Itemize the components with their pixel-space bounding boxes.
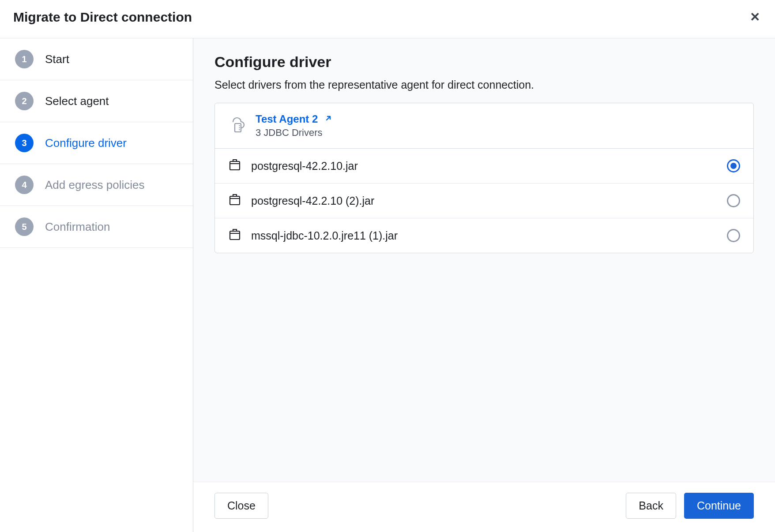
step-number: 5 [15, 217, 34, 236]
step-label: Start [45, 52, 69, 66]
continue-button[interactable]: Continue [684, 493, 754, 519]
step-label: Configure driver [45, 136, 127, 150]
driver-row[interactable]: postgresql-42.2.10 (2).jar [215, 184, 753, 218]
main-panel: Configure driver Select drivers from the… [193, 38, 775, 532]
svg-rect-0 [235, 124, 241, 132]
step-number: 3 [15, 134, 34, 152]
dialog-title: Migrate to Direct connection [13, 10, 192, 25]
content-area: Configure driver Select drivers from the… [193, 38, 775, 482]
footer-right: Back Continue [626, 493, 754, 519]
driver-name: postgresql-42.2.10.jar [251, 160, 717, 172]
external-link-icon [324, 114, 333, 124]
sidebar-step-add-egress-policies[interactable]: 4 Add egress policies [0, 164, 193, 206]
cloud-agent-icon [228, 116, 246, 135]
step-number: 4 [15, 176, 34, 194]
package-icon [228, 228, 241, 243]
radio-selected[interactable] [727, 159, 740, 172]
svg-rect-5 [230, 196, 240, 205]
driver-card: Test Agent 2 3 JDBC Drivers [214, 103, 754, 253]
radio-unselected[interactable] [727, 229, 740, 242]
close-icon[interactable]: ✕ [750, 11, 760, 23]
driver-row[interactable]: postgresql-42.2.10.jar [215, 149, 753, 184]
sidebar-step-select-agent[interactable]: 2 Select agent [0, 80, 193, 122]
agent-header-row: Test Agent 2 3 JDBC Drivers [215, 103, 753, 149]
package-icon [228, 193, 241, 208]
svg-point-2 [239, 127, 240, 128]
dialog-footer: Close Back Continue [193, 482, 775, 532]
step-label: Confirmation [45, 220, 110, 234]
driver-row[interactable]: mssql-jdbc-10.2.0.jre11 (1).jar [215, 218, 753, 253]
page-subtitle: Select drivers from the representative a… [214, 79, 754, 91]
radio-unselected[interactable] [727, 194, 740, 207]
back-button[interactable]: Back [626, 493, 676, 519]
sidebar-step-start[interactable]: 1 Start [0, 38, 193, 80]
agent-driver-count: 3 JDBC Drivers [256, 127, 333, 139]
svg-point-1 [239, 125, 240, 126]
driver-name: postgresql-42.2.10 (2).jar [251, 195, 717, 207]
agent-name-row[interactable]: Test Agent 2 [256, 113, 333, 125]
close-button[interactable]: Close [214, 493, 268, 519]
package-icon [228, 158, 241, 173]
dialog-body: 1 Start 2 Select agent 3 Configure drive… [0, 38, 775, 532]
sidebar-step-confirmation[interactable]: 5 Confirmation [0, 206, 193, 248]
step-number: 2 [15, 92, 34, 110]
step-label: Select agent [45, 94, 109, 108]
agent-name: Test Agent 2 [256, 113, 318, 125]
svg-point-3 [239, 129, 240, 130]
page-title: Configure driver [214, 53, 754, 71]
wizard-sidebar: 1 Start 2 Select agent 3 Configure drive… [0, 38, 193, 532]
step-label: Add egress policies [45, 178, 144, 192]
migrate-dialog: Migrate to Direct connection ✕ 1 Start 2… [0, 0, 775, 532]
svg-rect-6 [230, 231, 240, 240]
svg-rect-4 [230, 161, 240, 170]
step-number: 1 [15, 50, 34, 68]
driver-name: mssql-jdbc-10.2.0.jre11 (1).jar [251, 229, 717, 242]
sidebar-step-configure-driver[interactable]: 3 Configure driver [0, 122, 193, 164]
dialog-header: Migrate to Direct connection ✕ [0, 0, 775, 38]
agent-text: Test Agent 2 3 JDBC Drivers [256, 113, 333, 139]
